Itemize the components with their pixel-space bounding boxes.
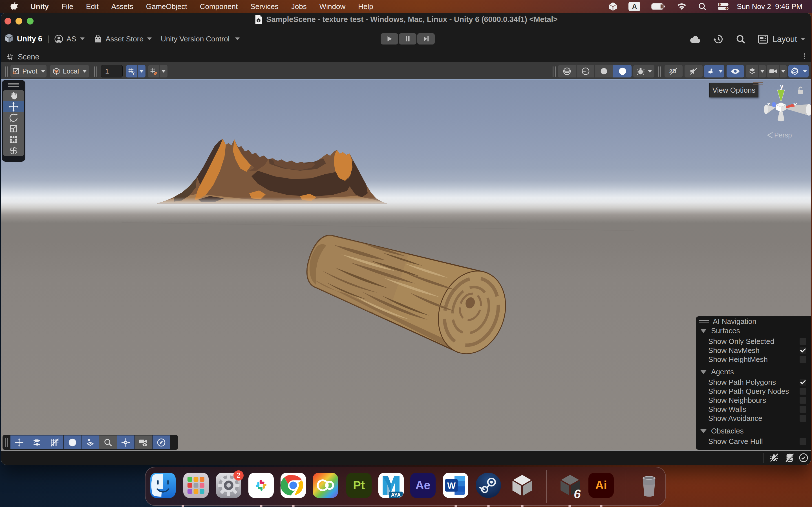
svg-text:W: W	[447, 481, 456, 491]
svg-text:AYA: AYA	[391, 492, 401, 498]
svg-text:y: y	[780, 82, 783, 90]
svg-text:Y: Y	[132, 71, 135, 76]
svg-text:6: 6	[574, 487, 581, 499]
